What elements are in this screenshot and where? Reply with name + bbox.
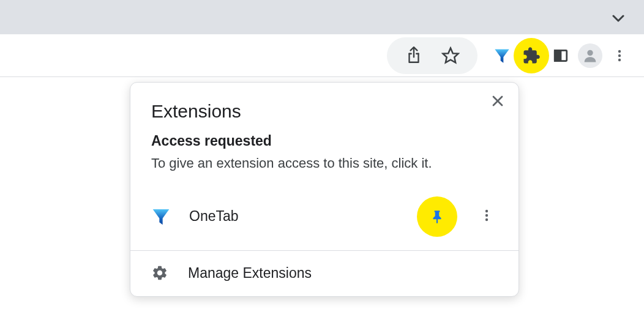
extension-more-icon[interactable] (476, 208, 498, 225)
svg-point-10 (485, 214, 488, 217)
svg-point-6 (618, 58, 621, 61)
tab-dropdown-chevron[interactable] (611, 11, 626, 28)
tab-strip (0, 0, 644, 34)
browser-menu-icon[interactable] (607, 43, 632, 68)
onetab-icon (151, 207, 171, 226)
bookmark-star-icon[interactable] (438, 43, 463, 68)
manage-extensions-row[interactable]: Manage Extensions (130, 250, 519, 296)
manage-extensions-label: Manage Extensions (188, 265, 312, 281)
extension-name: OneTab (189, 208, 399, 225)
gear-icon (151, 264, 170, 283)
svg-point-11 (485, 218, 488, 221)
extension-row[interactable]: OneTab (130, 188, 519, 250)
close-button[interactable] (490, 94, 505, 111)
share-icon[interactable] (402, 43, 426, 68)
svg-point-4 (618, 50, 621, 52)
popup-header: Extensions (130, 83, 519, 133)
popup-title: Extensions (151, 101, 498, 122)
extensions-puzzle-icon[interactable] (519, 43, 544, 68)
profile-avatar[interactable] (578, 43, 602, 68)
svg-marker-0 (443, 48, 459, 62)
onetab-extension-icon[interactable] (490, 43, 514, 68)
access-requested-section: Access requested To give an extension ac… (130, 133, 519, 188)
svg-rect-2 (555, 50, 561, 61)
section-heading: Access requested (151, 133, 498, 149)
svg-point-3 (587, 50, 593, 55)
side-panel-icon[interactable] (549, 43, 573, 68)
extensions-popup: Extensions Access requested To give an e… (130, 82, 519, 297)
svg-point-9 (485, 210, 488, 212)
omnibox-actions (387, 37, 477, 74)
svg-point-5 (618, 54, 621, 56)
browser-toolbar (0, 34, 644, 77)
section-description: To give an extension access to this site… (151, 154, 498, 173)
pin-button[interactable] (417, 196, 457, 237)
